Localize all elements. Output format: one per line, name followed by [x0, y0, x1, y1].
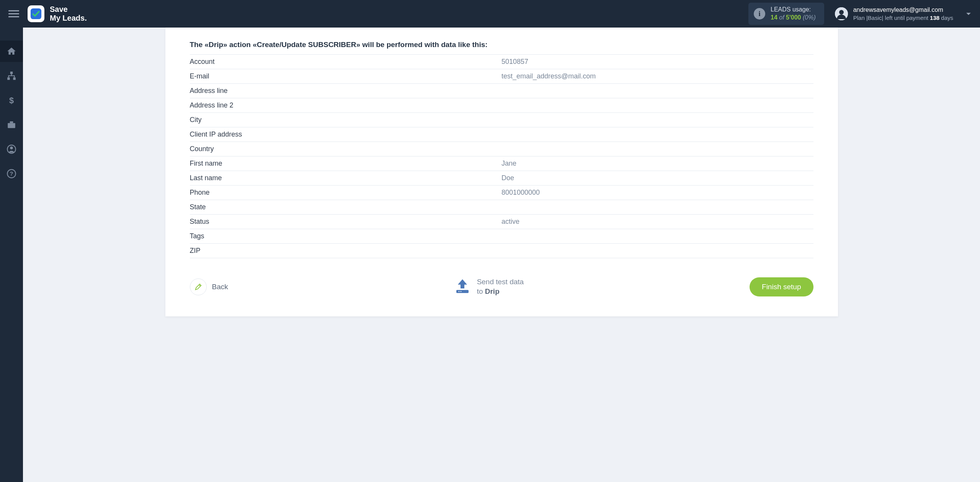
- row-value: active: [501, 218, 813, 226]
- account-email: andrewsavemyleads@gmail.com: [853, 6, 953, 14]
- plan-days: 138: [930, 15, 939, 21]
- row-value: [501, 247, 813, 255]
- usage-values: 14 of 5'000 (0%): [771, 14, 816, 22]
- menu-toggle-button[interactable]: [0, 0, 28, 28]
- row-label: E-mail: [190, 72, 502, 80]
- pencil-icon: [194, 283, 203, 291]
- data-row: Client IP address: [190, 127, 813, 142]
- svg-point-13: [10, 147, 13, 150]
- data-row: Country: [190, 142, 813, 156]
- sidebar-item-home[interactable]: [0, 41, 23, 62]
- chevron-down-icon: [965, 10, 972, 18]
- row-label: Client IP address: [190, 130, 502, 138]
- sidebar: $ ?: [0, 28, 23, 482]
- row-label: Country: [190, 145, 502, 153]
- row-value: [501, 87, 813, 95]
- row-value: 5010857: [501, 58, 813, 66]
- row-label: Address line: [190, 87, 502, 95]
- back-button[interactable]: Back: [190, 278, 228, 295]
- row-value: 8001000000: [501, 189, 813, 197]
- row-value: [501, 232, 813, 240]
- leads-usage-box: i LEADS usage: 14 of 5'000 (0%): [748, 3, 824, 25]
- data-row: E-mailtest_email_address@mail.com: [190, 69, 813, 84]
- brand-text: Save My Leads.: [50, 5, 87, 23]
- topbar: Save My Leads. i LEADS usage: 14 of 5'00…: [0, 0, 980, 28]
- back-icon-circle: [190, 278, 207, 295]
- send-line1: Send test data: [477, 277, 524, 287]
- svg-rect-7: [7, 77, 10, 80]
- sidebar-item-briefcase[interactable]: [0, 114, 23, 135]
- finish-setup-button[interactable]: Finish setup: [750, 277, 813, 296]
- row-label: State: [190, 203, 502, 211]
- account-plan: Plan |Basic| left until payment 138 days: [853, 14, 953, 22]
- usage-title: LEADS usage:: [771, 6, 816, 14]
- data-row: State: [190, 200, 813, 215]
- row-value: [501, 101, 813, 109]
- question-circle-icon: ?: [7, 169, 16, 179]
- preview-card: The «Drip» action «Create/Update SUBSCRI…: [165, 28, 838, 316]
- data-row: Address line 2: [190, 98, 813, 113]
- home-icon: [7, 46, 16, 56]
- svg-rect-1: [8, 13, 19, 14]
- svg-rect-11: [10, 121, 13, 123]
- data-row: Last nameDoe: [190, 171, 813, 186]
- plan-suffix: days: [939, 15, 953, 21]
- data-row: ZIP: [190, 244, 813, 258]
- send-text: Send test data to Drip: [477, 277, 524, 296]
- send-line2: to Drip: [477, 287, 524, 296]
- data-row: Tags: [190, 229, 813, 244]
- svg-rect-10: [8, 123, 15, 128]
- row-value: [501, 130, 813, 138]
- svg-rect-6: [10, 72, 13, 74]
- svg-rect-2: [8, 16, 19, 17]
- row-label: Status: [190, 218, 502, 226]
- svg-rect-0: [8, 10, 19, 11]
- data-row: Statusactive: [190, 215, 813, 229]
- sidebar-item-profile[interactable]: [0, 138, 23, 160]
- page: The «Drip» action «Create/Update SUBSCRI…: [23, 28, 980, 482]
- user-circle-icon: [7, 144, 16, 154]
- row-label: Last name: [190, 174, 502, 182]
- plan-prefix: Plan |Basic| left until payment: [853, 15, 930, 21]
- dollar-icon: $: [7, 95, 16, 105]
- sidebar-item-help[interactable]: ?: [0, 163, 23, 184]
- data-row: Account5010857: [190, 55, 813, 69]
- data-row: City: [190, 113, 813, 127]
- row-label: Tags: [190, 232, 502, 240]
- data-row: Address line: [190, 84, 813, 98]
- back-label: Back: [212, 283, 228, 291]
- row-value: [501, 145, 813, 153]
- row-label: Address line 2: [190, 101, 502, 109]
- send-test-button[interactable]: Send test data to Drip: [454, 277, 524, 296]
- svg-rect-8: [13, 77, 16, 80]
- row-label: City: [190, 116, 502, 124]
- svg-point-5: [839, 10, 844, 15]
- sidebar-item-connections[interactable]: [0, 65, 23, 86]
- svg-text:$: $: [9, 96, 14, 105]
- usage-used: 14: [771, 14, 777, 21]
- account-text: andrewsavemyleads@gmail.com Plan |Basic|…: [853, 6, 953, 21]
- account-menu-toggle[interactable]: [957, 0, 980, 28]
- preview-heading: The «Drip» action «Create/Update SUBSCRI…: [190, 35, 813, 55]
- avatar: [835, 7, 848, 20]
- sidebar-item-billing[interactable]: $: [0, 90, 23, 111]
- usage-of: of: [779, 14, 784, 21]
- usage-total: 5'000: [786, 14, 801, 21]
- usage-pct: (0%): [803, 14, 816, 21]
- brand-line1: Save: [50, 5, 87, 14]
- row-value: Doe: [501, 174, 813, 182]
- row-value: Jane: [501, 160, 813, 168]
- row-label: ZIP: [190, 247, 502, 255]
- data-row: First nameJane: [190, 156, 813, 171]
- logo-checkmark-icon: [30, 8, 42, 20]
- send-line2-prefix: to: [477, 287, 485, 295]
- svg-text:?: ?: [10, 170, 13, 177]
- row-value: test_email_address@mail.com: [501, 72, 813, 80]
- account-box[interactable]: andrewsavemyleads@gmail.com Plan |Basic|…: [835, 6, 953, 21]
- sitemap-icon: [7, 71, 16, 81]
- app-logo: [28, 5, 44, 22]
- svg-point-18: [460, 291, 461, 292]
- usage-text: LEADS usage: 14 of 5'000 (0%): [771, 6, 816, 22]
- row-label: First name: [190, 160, 502, 168]
- row-label: Account: [190, 58, 502, 66]
